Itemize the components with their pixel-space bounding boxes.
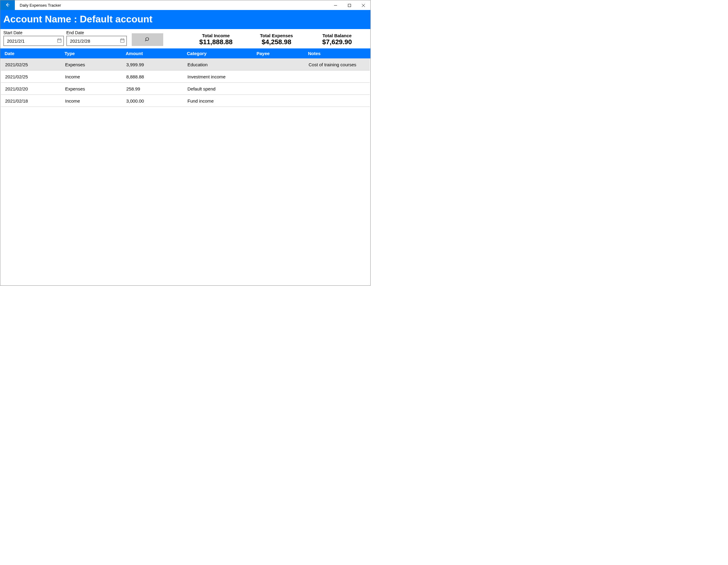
minimize-button[interactable] — [329, 0, 342, 10]
title-bar: Daily Expenses Tracker — [0, 0, 370, 10]
end-date-value: 2021/2/28 — [70, 38, 90, 44]
cell-category: Education — [187, 62, 257, 67]
cell-date: 2021/02/25 — [5, 74, 65, 79]
summary-totals: Total Income $11,888.88 Total Expenses $… — [186, 33, 367, 46]
total-expenses-label: Total Expenses — [246, 33, 307, 38]
cell-date: 2021/02/25 — [5, 62, 65, 67]
total-income-label: Total Income — [186, 33, 246, 38]
search-button[interactable] — [132, 33, 163, 46]
cell-type: Income — [65, 98, 126, 104]
table-row[interactable]: 2021/02/25 Expenses 3,999.99 Education C… — [1, 58, 370, 71]
table-body: 2021/02/25 Expenses 3,999.99 Education C… — [0, 58, 370, 285]
table-row[interactable]: 2021/02/20 Expenses 258.99 Default spend — [1, 83, 370, 95]
cell-notes: Cost of training courses — [309, 62, 366, 67]
search-icon — [145, 37, 150, 43]
col-header-amount[interactable]: Amount — [126, 51, 187, 56]
end-date-input[interactable]: 2021/2/28 — [66, 36, 127, 46]
start-date-input[interactable]: 2021/2/1 — [3, 36, 64, 46]
start-date-value: 2021/2/1 — [7, 38, 25, 44]
col-header-category[interactable]: Category — [187, 51, 256, 56]
window-title: Daily Expenses Tracker — [15, 0, 329, 10]
cell-category: Default spend — [187, 86, 257, 91]
cell-amount: 258.99 — [126, 86, 187, 91]
maximize-button[interactable] — [342, 0, 356, 10]
end-date-group: End Date 2021/2/28 — [66, 30, 127, 46]
cell-type: Expenses — [65, 86, 126, 91]
total-income-value: $11,888.88 — [186, 38, 246, 46]
svg-rect-5 — [58, 39, 61, 42]
close-icon — [362, 3, 365, 8]
total-expenses: Total Expenses $4,258.98 — [246, 33, 307, 46]
cell-notes — [309, 86, 366, 91]
total-income: Total Income $11,888.88 — [186, 33, 246, 46]
col-header-type[interactable]: Type — [65, 51, 126, 56]
cell-notes — [309, 98, 366, 104]
total-balance-value: $7,629.90 — [307, 38, 367, 46]
calendar-icon — [120, 38, 124, 44]
cell-payee — [257, 98, 309, 104]
window-controls — [329, 0, 370, 10]
svg-rect-9 — [121, 39, 124, 42]
close-button[interactable] — [356, 0, 370, 10]
end-date-label: End Date — [66, 30, 127, 35]
table-row[interactable]: 2021/02/25 Income 8,888.88 Investment in… — [1, 71, 370, 83]
cell-amount: 3,000.00 — [126, 98, 187, 104]
cell-amount: 8,888.88 — [126, 74, 187, 79]
total-balance: Total Balance $7,629.90 — [307, 33, 367, 46]
cell-payee — [257, 74, 309, 79]
start-date-group: Start Date 2021/2/1 — [3, 30, 64, 46]
cell-type: Expenses — [65, 62, 126, 67]
cell-date: 2021/02/18 — [5, 98, 65, 104]
table-header: Date Type Amount Category Payee Notes — [0, 48, 370, 58]
cell-amount: 3,999.99 — [126, 62, 187, 67]
back-button[interactable] — [0, 0, 15, 10]
calendar-icon — [57, 38, 61, 44]
col-header-date[interactable]: Date — [5, 51, 65, 56]
cell-category: Fund income — [187, 98, 257, 104]
svg-point-13 — [146, 38, 149, 41]
start-date-label: Start Date — [3, 30, 64, 35]
cell-type: Income — [65, 74, 126, 79]
minimize-icon — [334, 3, 337, 8]
total-balance-label: Total Balance — [307, 33, 367, 38]
cell-date: 2021/02/20 — [5, 86, 65, 91]
cell-category: Investment income — [187, 74, 257, 79]
svg-rect-2 — [348, 4, 351, 7]
account-name-header: Account Name : Default account — [0, 10, 370, 29]
maximize-icon — [348, 3, 351, 8]
col-header-payee[interactable]: Payee — [256, 51, 308, 56]
filter-bar: Start Date 2021/2/1 End Date 2021/2/28 T… — [0, 29, 370, 48]
total-expenses-value: $4,258.98 — [246, 38, 307, 46]
arrow-left-icon — [5, 2, 10, 8]
col-header-notes[interactable]: Notes — [308, 51, 366, 56]
cell-payee — [257, 86, 309, 91]
svg-line-14 — [145, 40, 146, 41]
table-row[interactable]: 2021/02/18 Income 3,000.00 Fund income — [1, 95, 370, 107]
cell-payee — [257, 62, 309, 67]
cell-notes — [309, 74, 366, 79]
